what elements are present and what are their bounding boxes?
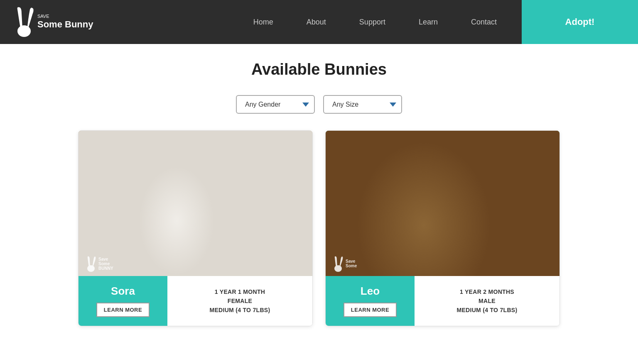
- navbar: SAVE Some Bunny Home About Support Learn…: [0, 0, 638, 44]
- sora-info-section: 1 YEAR 1 MONTH FEMALE MEDIUM (4 TO 7LBS): [167, 276, 312, 326]
- sora-card-bottom: Sora LEARN MORE 1 YEAR 1 MONTH FEMALE ME…: [79, 276, 312, 326]
- watermark-text-leo: Save Some: [346, 259, 357, 268]
- nav-about[interactable]: About: [290, 0, 343, 44]
- logo-text: SAVE Some Bunny: [37, 14, 93, 30]
- leo-name-section: Leo LEARN MORE: [326, 276, 415, 326]
- sora-size: MEDIUM (4 TO 7LBS): [210, 307, 270, 313]
- sora-name-section: Sora LEARN MORE: [79, 276, 167, 326]
- main-content: Available Bunnies Any Gender Male Female…: [70, 44, 568, 343]
- watermark-icon-leo: [332, 255, 344, 272]
- bunny-card-leo: Save Some Leo LEARN MORE 1 YEAR 2 MONTHS…: [325, 130, 560, 326]
- page-title: Available Bunnies: [78, 61, 560, 78]
- watermark-icon: [85, 255, 97, 272]
- leo-watermark: Save Some: [332, 255, 357, 272]
- sora-watermark: Save Some BUNNY: [85, 255, 113, 272]
- leo-name: Leo: [361, 285, 380, 298]
- svg-point-1: [87, 265, 95, 272]
- leo-info-section: 1 YEAR 2 MONTHS MALE MEDIUM (4 TO 7LBS): [415, 276, 559, 326]
- nav-support[interactable]: Support: [343, 0, 402, 44]
- nav-links: Home About Support Learn Contact: [237, 0, 513, 44]
- leo-learn-more-button[interactable]: LEARN MORE: [344, 303, 397, 317]
- leo-age: 1 YEAR 2 MONTHS: [460, 288, 514, 295]
- watermark-text: Save Some BUNNY: [98, 257, 113, 271]
- size-filter-wrapper: Any Size Small Medium Large: [323, 95, 402, 114]
- leo-card-bottom: Leo LEARN MORE 1 YEAR 2 MONTHS MALE MEDI…: [326, 276, 559, 326]
- leo-gender: MALE: [478, 298, 496, 304]
- leo-image-container: Save Some: [326, 131, 559, 276]
- leo-image: [326, 131, 559, 276]
- sora-gender: FEMALE: [228, 298, 252, 304]
- size-filter[interactable]: Any Size Small Medium Large: [323, 95, 402, 114]
- sora-learn-more-button[interactable]: LEARN MORE: [96, 303, 150, 317]
- sora-image: [79, 131, 312, 276]
- gender-filter-wrapper: Any Gender Male Female: [236, 95, 315, 114]
- logo[interactable]: SAVE Some Bunny: [12, 5, 93, 39]
- nav-learn[interactable]: Learn: [402, 0, 454, 44]
- nav-contact[interactable]: Contact: [454, 0, 513, 44]
- sora-age: 1 YEAR 1 MONTH: [215, 288, 265, 295]
- logo-icon: [12, 5, 37, 39]
- filters: Any Gender Male Female Any Size Small Me…: [78, 95, 560, 114]
- nav-home[interactable]: Home: [237, 0, 290, 44]
- sora-image-container: Save Some BUNNY: [79, 131, 312, 276]
- leo-size: MEDIUM (4 TO 7LBS): [457, 307, 518, 313]
- sora-name: Sora: [111, 285, 135, 298]
- bunny-cards-grid: Save Some BUNNY Sora LEARN MORE 1 YEAR 1…: [78, 130, 560, 326]
- svg-point-2: [334, 265, 342, 272]
- gender-filter[interactable]: Any Gender Male Female: [236, 95, 315, 114]
- bunny-card-sora: Save Some BUNNY Sora LEARN MORE 1 YEAR 1…: [78, 130, 313, 326]
- svg-point-0: [17, 25, 31, 37]
- adopt-button[interactable]: Adopt!: [522, 0, 638, 44]
